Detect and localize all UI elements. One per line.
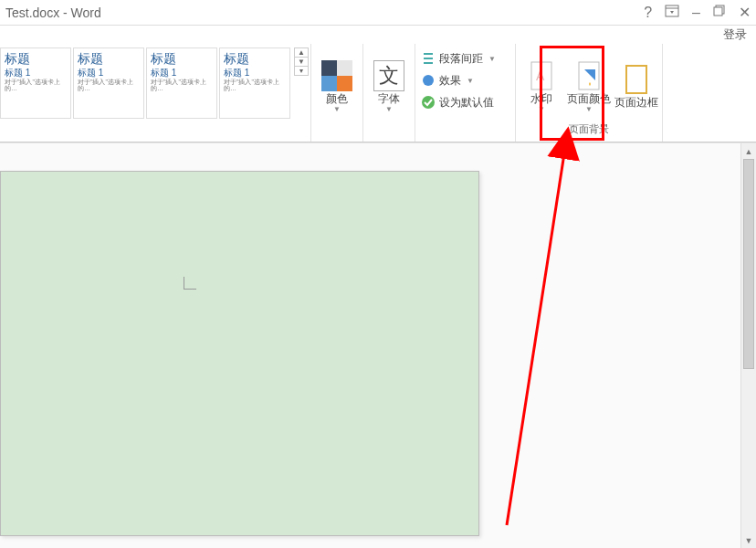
login-row: 登录 <box>0 26 756 44</box>
svg-text:A: A <box>536 68 545 83</box>
svg-rect-12 <box>579 62 599 90</box>
chevron-down-icon: ▼ <box>488 55 496 63</box>
sign-in-link[interactable]: 登录 <box>723 26 747 43</box>
title-bar: Test.docx - Word ? – ✕ <box>0 0 756 26</box>
page-background-group: A 水印 ▼ 页面颜色 ▼ 页面边框 页面背景 <box>516 44 663 142</box>
page-color-label: 页面颜色 <box>567 93 611 105</box>
chevron-down-icon: ▼ <box>385 105 393 113</box>
scroll-down-button[interactable]: ▼ <box>741 532 756 548</box>
fonts-button[interactable]: 文 字体 ▼ <box>365 47 413 122</box>
watermark-label: 水印 <box>530 93 552 105</box>
style-body: 对于"插入"选项卡上的… <box>151 79 213 91</box>
style-subtitle: 标题 1 <box>224 68 286 78</box>
close-button[interactable]: ✕ <box>739 4 751 21</box>
effects-label: 效果 <box>439 73 461 89</box>
help-button[interactable]: ? <box>644 5 652 21</box>
style-gallery-spinner: ▲ ▼ ▾ <box>294 47 309 76</box>
effects-button[interactable]: 效果 ▼ <box>421 71 509 90</box>
style-body: 对于"插入"选项卡上的… <box>5 79 67 91</box>
svg-rect-4 <box>714 7 722 16</box>
watermark-icon: A <box>526 60 557 91</box>
set-default-label: 设为默认值 <box>439 95 494 111</box>
page-border-icon <box>621 64 652 95</box>
vertical-scrollbar[interactable]: ▲ ▼ <box>740 143 756 548</box>
restore-button[interactable] <box>713 5 726 21</box>
colors-label: 颜色 <box>326 93 348 105</box>
scroll-thumb[interactable] <box>743 159 754 369</box>
style-item[interactable]: 标题 标题 1 对于"插入"选项卡上的… <box>73 47 144 119</box>
page-border-label: 页面边框 <box>614 97 658 109</box>
paragraph-spacing-label: 段落间距 <box>439 51 483 67</box>
style-subtitle: 标题 1 <box>151 68 213 78</box>
style-item[interactable]: 标题 标题 1 对于"插入"选项卡上的… <box>146 47 217 119</box>
restore-icon <box>713 5 726 17</box>
style-title: 标题 <box>78 52 140 66</box>
chevron-down-icon: ▼ <box>467 77 474 85</box>
fonts-group: 文 字体 ▼ <box>363 44 415 142</box>
style-item[interactable]: 标题 标题 1 对于"插入"选项卡上的… <box>219 47 290 119</box>
svg-point-8 <box>423 75 434 86</box>
paragraph-spacing-icon <box>421 51 436 66</box>
colors-icon <box>321 60 352 91</box>
chevron-down-icon: ▼ <box>333 105 341 113</box>
fonts-icon: 文 <box>373 60 404 91</box>
effects-icon <box>421 73 436 88</box>
style-subtitle: 标题 1 <box>5 68 67 78</box>
scroll-up-button[interactable]: ▲ <box>741 143 756 159</box>
styles-group: 标题 标题 1 对于"插入"选项卡上的… 标题 标题 1 对于"插入"选项卡上的… <box>0 44 311 142</box>
page-border-button[interactable]: 页面边框 <box>613 47 660 122</box>
page-background-group-label: 页面背景 <box>569 122 609 138</box>
gallery-more-button[interactable]: ▾ <box>295 67 308 75</box>
page-color-button[interactable]: 页面颜色 ▼ <box>565 47 613 122</box>
document-page[interactable] <box>0 171 479 536</box>
window-controls: ? – ✕ <box>644 4 751 21</box>
page-color-icon <box>573 60 604 91</box>
style-item[interactable]: 标题 标题 1 对于"插入"选项卡上的… <box>0 47 71 119</box>
svg-point-9 <box>422 96 435 109</box>
svg-rect-13 <box>626 66 646 93</box>
style-body: 对于"插入"选项卡上的… <box>224 79 286 91</box>
checkmark-icon <box>421 95 436 110</box>
set-default-button[interactable]: 设为默认值 <box>421 93 509 111</box>
gallery-up-button[interactable]: ▲ <box>295 48 308 58</box>
style-title: 标题 <box>151 52 213 66</box>
paragraph-spacing-button[interactable]: 段落间距 ▼ <box>421 49 509 68</box>
document-area: ˄ ▲ ▼ <box>0 142 756 548</box>
watermark-button[interactable]: A 水印 ▼ <box>518 47 565 122</box>
ribbon: 标题 标题 1 对于"插入"选项卡上的… 标题 标题 1 对于"插入"选项卡上的… <box>0 44 756 142</box>
colors-button[interactable]: 颜色 ▼ <box>313 47 361 122</box>
minimize-button[interactable]: – <box>692 5 700 21</box>
style-body: 对于"插入"选项卡上的… <box>78 79 140 91</box>
margin-corner-mark <box>184 277 196 290</box>
ribbon-options-button[interactable] <box>665 5 679 21</box>
chevron-down-icon: ▼ <box>585 105 593 113</box>
style-title: 标题 <box>224 52 286 66</box>
chevron-down-icon: ▼ <box>538 105 545 113</box>
ribbon-options-icon <box>665 5 679 17</box>
style-title: 标题 <box>5 52 67 66</box>
style-gallery[interactable]: 标题 标题 1 对于"插入"选项卡上的… 标题 标题 1 对于"插入"选项卡上的… <box>0 47 292 119</box>
formatting-group: 段落间距 ▼ 效果 ▼ 设为默认值 <box>415 44 516 142</box>
style-subtitle: 标题 1 <box>78 68 140 78</box>
svg-marker-2 <box>670 11 674 14</box>
colors-group: 颜色 ▼ <box>311 44 363 142</box>
window-title: Test.docx - Word <box>5 5 644 20</box>
gallery-down-button[interactable]: ▼ <box>295 58 308 67</box>
fonts-label: 字体 <box>378 93 400 105</box>
